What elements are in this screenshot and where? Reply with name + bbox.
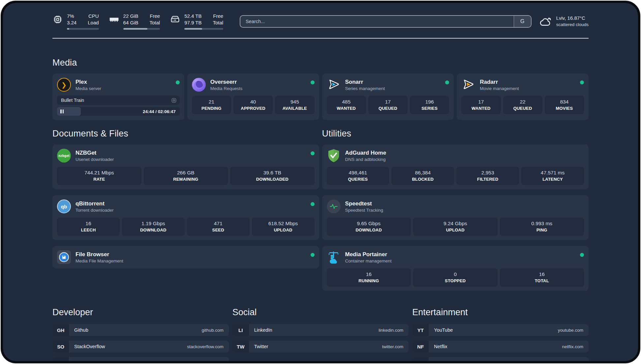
section-title-social: Social xyxy=(232,307,409,318)
search-input[interactable] xyxy=(240,16,514,27)
app-card-overseerr[interactable]: Overseerr Media Requests 21PENDING 40APP… xyxy=(187,74,319,120)
bookmark-group-developer: Developer GH Github github.com SO StackO… xyxy=(52,307,229,363)
status-dot xyxy=(580,80,584,84)
stat-tile: 498,461QUERIES xyxy=(327,167,389,185)
bookmark-abbr: NF xyxy=(412,341,429,352)
app-card-sonarr[interactable]: Sonarr Series management 485WANTED 17QUE… xyxy=(322,74,454,120)
app-card-plex[interactable]: ❯ Plex Media server Bullet Train xyxy=(52,74,184,120)
bookmark-abbr: GH xyxy=(52,324,69,336)
app-title: Media Portainer xyxy=(345,251,392,258)
app-subtitle: Container management xyxy=(345,258,392,263)
stat-tile: 16LEECH xyxy=(57,218,120,236)
bookmark-name: YouTube xyxy=(434,327,453,333)
cpu-stat: 7%3.24 CPULoad xyxy=(52,13,99,30)
search-engine-glyph: G xyxy=(520,18,524,24)
app-title: Plex xyxy=(76,79,101,85)
app-subtitle: Media server xyxy=(76,86,101,91)
section-title-utilities: Utilities xyxy=(322,129,589,139)
bookmark-abbr: LI xyxy=(232,324,249,336)
app-card-filebrowser[interactable]: File Browser Media File Management xyxy=(52,246,319,268)
disk-progress-bar xyxy=(184,28,223,30)
weather-condition: scattered clouds xyxy=(556,22,589,28)
app-subtitle: DNS and adblocking xyxy=(345,157,386,162)
app-card-radarr[interactable]: Radarr Movie management 17WANTED 22QUEUE… xyxy=(457,74,589,120)
section-title-entertainment: Entertainment xyxy=(412,307,589,318)
sonarr-icon xyxy=(327,78,341,92)
memory-progress-bar xyxy=(123,28,160,30)
bookmark-youtube[interactable]: YT YouTube youtube.com xyxy=(412,324,589,336)
bookmark-stackoverflow[interactable]: SO StackOverflow stackoverflow.com xyxy=(52,341,229,352)
stat-tile: 22QUEUED xyxy=(503,96,542,114)
bookmark-url: linkedin.com xyxy=(379,328,403,333)
dashboard-panel: 7%3.24 CPULoad 22 GiB64 GiB xyxy=(1,1,640,363)
section-title-media: Media xyxy=(52,58,589,68)
app-subtitle: Movie management xyxy=(480,86,519,91)
app-card-qbittorrent[interactable]: qb qBittorrent Torrent downloader 16LEEC… xyxy=(52,195,319,240)
app-subtitle: Media File Management xyxy=(76,258,123,263)
app-title: qBittorrent xyxy=(76,200,114,207)
cpu-values: 7%3.24 xyxy=(67,13,76,26)
bookmark-group-social: Social LI LinkedIn linkedin.com TW Twitt… xyxy=(232,307,409,363)
session-target-icon[interactable] xyxy=(171,98,176,103)
disk-values: 52.4 TB97.9 TB xyxy=(184,13,201,26)
status-dot xyxy=(311,80,315,84)
app-card-nzbget[interactable]: nzbget NZBGet Usenet downloader 744.21 M… xyxy=(52,144,319,189)
status-dot xyxy=(445,80,449,84)
bookmark-twitter[interactable]: TW Twitter twitter.com xyxy=(232,341,409,352)
bookmark-abbr: SO xyxy=(52,341,69,352)
bookmark-linkedin[interactable]: LI LinkedIn linkedin.com xyxy=(232,324,409,336)
section-title-developer: Developer xyxy=(52,307,229,318)
documents-column: nzbget NZBGet Usenet downloader 744.21 M… xyxy=(52,144,319,291)
memory-ram-icon xyxy=(109,14,119,25)
qbittorrent-icon: qb xyxy=(57,199,71,213)
bookmark-name: DEV xyxy=(74,360,84,363)
bookmark-name: Reddit xyxy=(434,360,448,363)
app-subtitle: Torrent downloader xyxy=(76,208,114,213)
playback-progress-track[interactable]: 24:44 / 02:06:47 xyxy=(57,107,180,116)
plex-icon: ❯ xyxy=(57,78,71,92)
bookmark-name: Twitter xyxy=(254,344,268,349)
stat-tile: 47.571 msLATENCY xyxy=(521,167,584,185)
bookmark-group-entertainment: Entertainment YT YouTube youtube.com NF … xyxy=(412,307,589,363)
speedtest-pulse-icon xyxy=(327,199,341,213)
disk-labels: FreeTotal xyxy=(213,13,223,26)
bookmark-dev[interactable]: DT DEV dev.to xyxy=(52,357,229,363)
search-engine-button[interactable]: G xyxy=(514,16,531,27)
bookmark-url: dev.to xyxy=(212,361,224,364)
app-card-adguard[interactable]: AdGuard Home DNS and adblocking 498,461Q… xyxy=(322,144,589,189)
bookmark-url: reddit.com xyxy=(563,361,583,364)
bookmark-url: twitter.com xyxy=(382,344,404,349)
disk-drive-icon xyxy=(170,14,180,25)
cloud-icon xyxy=(539,16,552,27)
app-card-portainer[interactable]: Media Portainer Container management 16R… xyxy=(322,246,589,291)
bookmark-url: github.com xyxy=(202,328,224,333)
stat-tile: 39.6 TBDOWNLOADED xyxy=(230,167,315,185)
stat-tile: 9.65 GbpsDOWNLOAD xyxy=(327,218,411,236)
bookmark-url: stackoverflow.com xyxy=(187,344,223,349)
pause-icon[interactable] xyxy=(60,109,64,113)
top-bar: 7%3.24 CPULoad 22 GiB64 GiB xyxy=(52,13,589,30)
app-subtitle: Media Requests xyxy=(210,86,243,91)
bookmark-reddit[interactable]: RE Reddit reddit.com xyxy=(412,357,589,363)
stat-tile: 17WANTED xyxy=(461,96,501,114)
radarr-icon xyxy=(461,78,475,92)
stat-tile: 1.19 GbpsDOWNLOAD xyxy=(122,218,185,236)
bookmark-abbr: RE xyxy=(412,357,429,363)
adguard-shield-icon xyxy=(327,149,341,163)
app-title: Speedtest xyxy=(345,200,383,207)
app-subtitle: Usenet downloader xyxy=(76,157,114,162)
app-subtitle: Series management xyxy=(345,86,385,91)
bookmark-github[interactable]: GH Github github.com xyxy=(52,324,229,336)
weather-location-temp: Lviv, 16.87°C xyxy=(556,15,589,21)
stat-tile: 266 GBREMAINING xyxy=(144,167,228,185)
overseerr-icon xyxy=(192,78,206,92)
cpu-chip-icon xyxy=(52,14,63,25)
app-card-speedtest[interactable]: Speedtest Speedtest Tracking 9.65 GbpsDO… xyxy=(322,195,589,240)
bookmark-netflix[interactable]: NF Netflix netflix.com xyxy=(412,341,589,352)
bookmark-abbr: DT xyxy=(52,357,69,363)
app-title: AdGuard Home xyxy=(345,150,386,156)
bookmark-name: Github xyxy=(74,327,88,333)
app-title: Sonarr xyxy=(345,79,385,85)
stat-tile: 834MOVIES xyxy=(545,96,584,114)
stat-tile: 0.993 msPING xyxy=(500,218,584,236)
